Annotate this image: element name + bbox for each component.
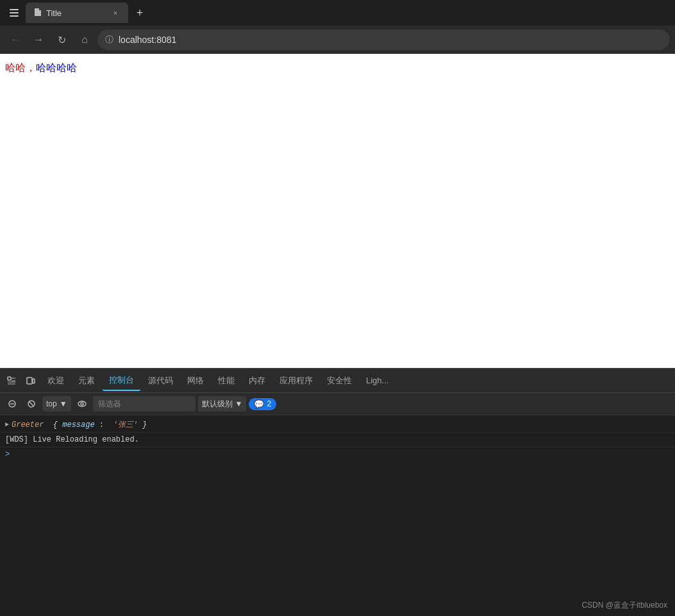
devtools-device-button[interactable] xyxy=(22,372,40,390)
tab-file-icon xyxy=(33,8,42,19)
devtools-tab-memory[interactable]: 内存 xyxy=(242,371,272,390)
obj-brace-open: { xyxy=(53,420,58,429)
home-icon: ⌂ xyxy=(81,34,88,46)
devtools-tab-welcome-label: 欢迎 xyxy=(47,376,64,385)
obj-colon: : xyxy=(99,420,108,429)
clear-console-button[interactable] xyxy=(4,395,21,412)
heading-part1: 哈哈， xyxy=(5,62,36,73)
new-tab-button[interactable]: + xyxy=(131,4,149,22)
devtools-tab-welcome[interactable]: 欢迎 xyxy=(41,371,71,390)
reload-icon: ↻ xyxy=(58,34,66,46)
console-line-wds: [WDS] Live Reloading enabled. xyxy=(0,433,675,447)
devtools-tab-memory-label: 内存 xyxy=(249,376,265,385)
obj-key: message xyxy=(62,420,94,429)
obj-value: '张三' xyxy=(113,420,137,429)
browser-chrome: Title × + ← → ↻ ⌂ ⓘ localhost:8081 xyxy=(0,0,675,54)
devtools-panel: 欢迎 元素 控制台 源代码 网络 性能 内存 应用程序 安全性 Ligh... xyxy=(0,368,675,616)
obj-constructor: Greeter xyxy=(12,420,49,429)
heading-part2: 哈哈哈哈 xyxy=(36,62,77,73)
console-line-object: ► Greeter { message : '张三' } xyxy=(0,418,675,433)
message-count: 2 xyxy=(267,399,271,408)
devtools-tab-elements-label: 元素 xyxy=(78,376,95,385)
tab-close-button[interactable]: × xyxy=(110,8,121,18)
devtools-tab-lighthouse[interactable]: Ligh... xyxy=(360,372,395,389)
forward-button[interactable]: → xyxy=(28,29,49,50)
back-icon: ← xyxy=(10,34,21,46)
devtools-tab-performance-label: 性能 xyxy=(218,376,235,385)
devtools-tab-security-label: 安全性 xyxy=(327,376,352,385)
console-input-line: > xyxy=(0,447,675,462)
svg-rect-1 xyxy=(10,12,19,13)
context-label: top xyxy=(46,399,57,408)
security-info-icon[interactable]: ⓘ xyxy=(105,34,113,46)
devtools-tab-elements[interactable]: 元素 xyxy=(72,371,101,390)
back-button[interactable]: ← xyxy=(5,29,26,50)
log-level-selector[interactable]: 默认级别 ▼ xyxy=(198,396,247,412)
browser-tab[interactable]: Title × xyxy=(26,3,128,23)
message-bubble-icon: 💬 xyxy=(254,399,264,409)
block-icon[interactable] xyxy=(23,395,40,412)
expand-arrow-icon[interactable]: ► xyxy=(5,419,9,431)
address-bar[interactable]: ⓘ localhost:8081 xyxy=(97,29,670,50)
devtools-tab-sources[interactable]: 源代码 xyxy=(142,371,179,390)
devtools-tab-application-label: 应用程序 xyxy=(279,376,313,385)
devtools-tab-console[interactable]: 控制台 xyxy=(103,370,140,391)
devtools-tab-performance[interactable]: 性能 xyxy=(212,371,241,390)
svg-rect-5 xyxy=(33,379,35,383)
log-text: Greeter { message : '张三' } xyxy=(12,419,147,431)
devtools-tab-security[interactable]: 安全性 xyxy=(321,371,358,390)
svg-rect-2 xyxy=(10,15,19,17)
devtools-tab-application[interactable]: 应用程序 xyxy=(273,371,319,390)
console-prompt: > xyxy=(5,450,10,459)
svg-rect-4 xyxy=(27,378,32,384)
devtools-tab-sources-label: 源代码 xyxy=(148,376,173,385)
devtools-inspect-button[interactable] xyxy=(3,372,21,390)
context-dropdown-icon: ▼ xyxy=(60,399,67,408)
home-button[interactable]: ⌂ xyxy=(74,29,95,50)
log-level-dropdown-icon: ▼ xyxy=(235,399,243,408)
reload-button[interactable]: ↻ xyxy=(51,29,72,50)
svg-rect-0 xyxy=(10,9,19,10)
svg-point-10 xyxy=(78,401,86,406)
page-heading: 哈哈，哈哈哈哈 xyxy=(5,62,77,73)
console-output: ► Greeter { message : '张三' } [WDS] Live … xyxy=(0,415,675,616)
console-toolbar: top ▼ 默认级别 ▼ 💬 2 xyxy=(0,392,675,415)
eye-icon[interactable] xyxy=(74,395,90,412)
wds-message: [WDS] Live Reloading enabled. xyxy=(5,434,139,445)
watermark: CSDN @蓝盒子itbluebox xyxy=(581,600,667,611)
tab-title: Title xyxy=(46,8,62,18)
devtools-tab-console-label: 控制台 xyxy=(109,375,134,385)
devtools-tabs: 欢迎 元素 控制台 源代码 网络 性能 内存 应用程序 安全性 Ligh... xyxy=(0,368,675,392)
message-count-badge[interactable]: 💬 2 xyxy=(249,398,276,410)
nav-bar: ← → ↻ ⌂ ⓘ localhost:8081 xyxy=(0,26,675,54)
url-text: localhost:8081 xyxy=(119,35,176,45)
forward-icon: → xyxy=(33,34,44,46)
page-content: 哈哈，哈哈哈哈 xyxy=(0,54,675,368)
tab-bar: Title × + xyxy=(0,0,675,26)
devtools-tab-network[interactable]: 网络 xyxy=(181,371,210,390)
obj-brace-close: } xyxy=(142,420,147,429)
devtools-tab-lighthouse-label: Ligh... xyxy=(366,376,388,385)
sidebar-toggle-button[interactable] xyxy=(5,4,23,22)
filter-input[interactable] xyxy=(93,396,196,412)
context-selector[interactable]: top ▼ xyxy=(42,396,71,412)
log-level-label: 默认级别 xyxy=(202,399,233,410)
svg-rect-3 xyxy=(8,377,11,380)
svg-line-9 xyxy=(29,402,34,406)
svg-point-11 xyxy=(81,403,83,405)
devtools-tab-network-label: 网络 xyxy=(187,376,204,385)
